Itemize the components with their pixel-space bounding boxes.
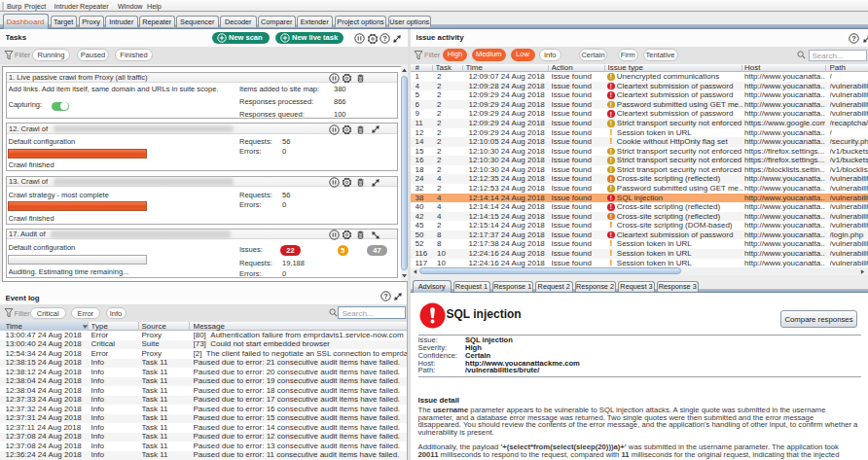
svg-text:?: ? [383, 292, 388, 301]
svg-text:?: ? [851, 34, 856, 43]
svg-text:?: ? [382, 34, 387, 43]
